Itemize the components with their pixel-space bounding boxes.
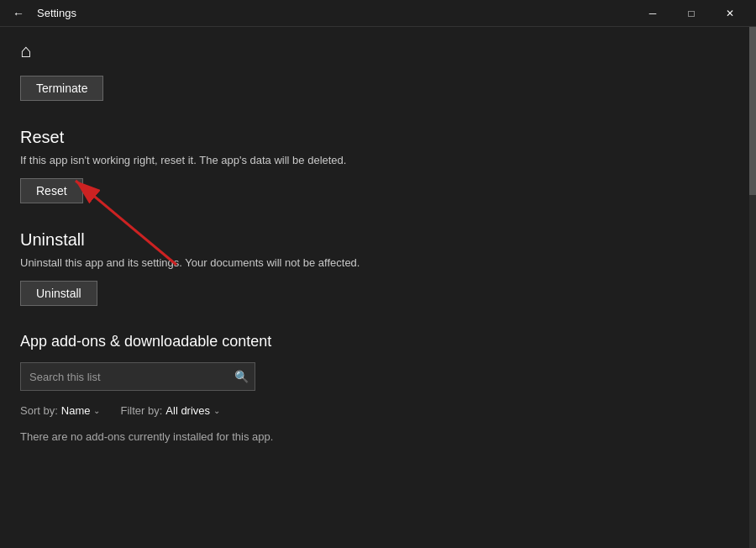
- addons-title: App add-ons & downloadable content: [20, 333, 729, 350]
- sort-chevron-icon: ⌄: [93, 406, 100, 415]
- reset-button[interactable]: Reset: [20, 178, 83, 203]
- window-title: Settings: [37, 7, 76, 19]
- uninstall-section: Uninstall Uninstall this app and its set…: [20, 230, 729, 306]
- no-addons-text: There are no add-ons currently installed…: [20, 430, 729, 443]
- sort-by-value: Name: [61, 404, 91, 417]
- filter-row: Sort by: Name ⌄ Filter by: All drives ⌄: [20, 404, 729, 417]
- search-wrapper: 🔍: [20, 362, 255, 391]
- filter-by-label: Filter by:: [120, 404, 162, 417]
- close-button[interactable]: ✕: [711, 0, 749, 27]
- filter-by-value: All drives: [165, 404, 210, 417]
- filter-by-control[interactable]: Filter by: All drives ⌄: [120, 404, 220, 417]
- back-icon: ←: [13, 7, 24, 20]
- search-input[interactable]: [20, 362, 255, 391]
- home-icon[interactable]: ⌂: [20, 40, 31, 61]
- scrollbar-thumb[interactable]: [749, 27, 756, 195]
- filter-chevron-icon: ⌄: [213, 406, 220, 415]
- terminate-button[interactable]: Terminate: [20, 76, 103, 101]
- home-icon-row: ⌂: [20, 27, 729, 69]
- scrollbar[interactable]: [749, 27, 756, 548]
- minimize-button[interactable]: ─: [633, 0, 672, 27]
- uninstall-button[interactable]: Uninstall: [20, 281, 97, 306]
- search-row: 🔍: [20, 362, 729, 391]
- terminate-section: Terminate: [20, 69, 729, 128]
- maximize-button[interactable]: □: [672, 0, 711, 27]
- sort-by-label: Sort by:: [20, 404, 58, 417]
- window-controls: ─ □ ✕: [633, 0, 749, 27]
- reset-section: Reset If this app isn't working right, r…: [20, 128, 729, 203]
- back-button[interactable]: ←: [7, 2, 30, 25]
- sort-by-control[interactable]: Sort by: Name ⌄: [20, 404, 100, 417]
- title-bar: ← Settings ─ □ ✕: [0, 0, 756, 27]
- main-content: ⌂ Terminate Reset If this app isn't work…: [0, 27, 756, 548]
- reset-title: Reset: [20, 128, 729, 147]
- title-bar-left: ← Settings: [7, 2, 76, 25]
- reset-description: If this app isn't working right, reset i…: [20, 154, 729, 166]
- uninstall-description: Uninstall this app and its settings. You…: [20, 256, 729, 269]
- addons-section: App add-ons & downloadable content 🔍 Sor…: [20, 333, 729, 443]
- uninstall-title: Uninstall: [20, 230, 729, 250]
